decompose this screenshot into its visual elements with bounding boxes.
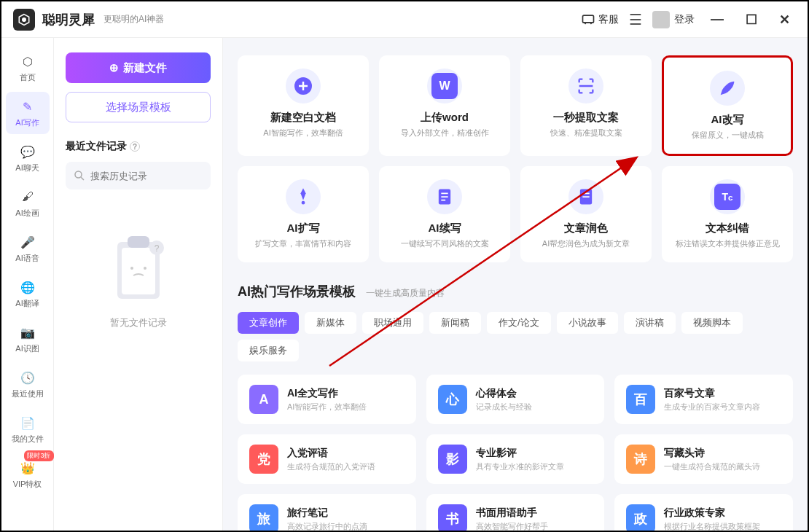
choose-template-button[interactable]: 选择场景模板 bbox=[66, 92, 211, 122]
tab-0[interactable]: 文章创作 bbox=[238, 312, 299, 334]
tab-5[interactable]: 小说故事 bbox=[557, 312, 618, 334]
tool-desc: 保留原义，一键成稿 bbox=[692, 130, 764, 141]
template-card-3[interactable]: 党入党评语生成符合规范的入党评语 bbox=[238, 434, 416, 484]
sidebar-item-1[interactable]: ✎AI写作 bbox=[6, 92, 50, 134]
template-card-4[interactable]: 影专业影评具有专业水准的影评文章 bbox=[426, 434, 605, 484]
svg-point-11 bbox=[302, 201, 305, 205]
tool-card-5[interactable]: AI续写一键续写不同风格的文案 bbox=[379, 166, 510, 262]
svg-point-2 bbox=[75, 171, 82, 178]
menu-icon[interactable]: ☰ bbox=[629, 11, 642, 28]
section-header: AI热门写作场景模板 一键生成高质量内容 bbox=[238, 283, 793, 300]
sidebar-label: VIP特权 bbox=[13, 479, 42, 490]
tool-title: 新建空白文档 bbox=[270, 111, 336, 125]
tool-card-4[interactable]: AI扩写扩写文章，丰富情节和内容 bbox=[238, 166, 369, 262]
sidebar-icon: ✎ bbox=[19, 98, 36, 115]
tab-4[interactable]: 作文/论文 bbox=[487, 312, 551, 334]
tool-icon: W bbox=[427, 69, 462, 103]
sidebar-label: 最近使用 bbox=[12, 388, 44, 399]
tool-card-6[interactable]: 文章润色AI帮您润色为成为新文章 bbox=[520, 166, 652, 262]
tab-6[interactable]: 演讲稿 bbox=[624, 312, 676, 334]
template-card-8[interactable]: 政行业政策专家根据行业名称提供政策框架 bbox=[614, 494, 793, 531]
template-desc: 根据行业名称提供政策框架 bbox=[664, 521, 760, 531]
tool-card-1[interactable]: W上传word导入外部文件，精准创作 bbox=[379, 55, 510, 156]
template-desc: 生成符合规范的入党评语 bbox=[287, 461, 375, 472]
tabs: 文章创作新媒体职场通用新闻稿作文/论文小说故事演讲稿视频脚本娱乐服务 bbox=[238, 312, 793, 361]
template-icon: 影 bbox=[438, 445, 467, 474]
new-file-label: 新建文件 bbox=[123, 61, 167, 75]
maximize-button[interactable]: ☐ bbox=[740, 9, 763, 31]
tool-title: 一秒提取文案 bbox=[553, 111, 619, 125]
template-title: 心得体会 bbox=[476, 387, 532, 400]
sidebar-item-3[interactable]: 🖌AI绘画 bbox=[6, 182, 50, 224]
sidebar-item-8[interactable]: 📄我的文件 bbox=[6, 408, 50, 450]
tool-card-2[interactable]: 一秒提取文案快速、精准提取文案 bbox=[520, 55, 652, 156]
tool-icon bbox=[286, 179, 321, 214]
tool-icon bbox=[568, 179, 603, 214]
sidebar-icon: 💬 bbox=[19, 143, 36, 160]
tool-card-0[interactable]: 新建空白文档AI智能写作，效率翻倍 bbox=[238, 55, 369, 156]
new-file-button[interactable]: ⊕ 新建文件 bbox=[66, 52, 211, 83]
tool-card-7[interactable]: Tc文本纠错标注错误文本并提供修正意见 bbox=[662, 166, 793, 262]
svg-point-6 bbox=[130, 267, 133, 270]
template-icon: A bbox=[249, 385, 278, 414]
template-icon: 书 bbox=[438, 504, 467, 531]
left-panel: ⊕ 新建文件 选择场景模板 最近文件记录 ? ? 暂无文件记录 bbox=[54, 38, 223, 531]
template-desc: 记录成长与经验 bbox=[476, 402, 532, 412]
tagline: 更聪明的AI神器 bbox=[103, 13, 164, 26]
sidebar-label: AI翻译 bbox=[15, 298, 39, 309]
template-title: 专业影评 bbox=[476, 447, 564, 460]
template-desc: 具有专业水准的影评文章 bbox=[476, 461, 564, 472]
sidebar-icon: 📄 bbox=[19, 414, 36, 431]
tool-desc: 一键续写不同风格的文案 bbox=[401, 238, 489, 249]
sidebar-item-6[interactable]: 📷AI识图 bbox=[6, 318, 50, 360]
template-icon: 心 bbox=[438, 385, 467, 414]
sidebar-item-2[interactable]: 💬AI聊天 bbox=[6, 137, 50, 179]
search-icon bbox=[73, 169, 86, 182]
tab-7[interactable]: 视频脚本 bbox=[681, 312, 743, 334]
search-input[interactable] bbox=[66, 162, 211, 189]
chat-icon bbox=[581, 12, 595, 27]
template-desc: AI智能写作，效率翻倍 bbox=[287, 402, 367, 412]
help-icon[interactable]: ? bbox=[130, 141, 140, 152]
tool-card-3[interactable]: AI改写保留原义，一键成稿 bbox=[662, 55, 793, 156]
support-button[interactable]: 客服 bbox=[581, 12, 619, 27]
login-button[interactable]: 登录 bbox=[652, 11, 695, 28]
template-desc: 一键生成符合规范的藏头诗 bbox=[664, 461, 760, 472]
template-desc: 生成专业的百家号文章内容 bbox=[664, 402, 760, 412]
template-title: 写藏头诗 bbox=[664, 447, 760, 460]
recent-files-label: 最近文件记录 ? bbox=[66, 140, 211, 153]
tab-8[interactable]: 娱乐服务 bbox=[238, 340, 299, 361]
tool-icon: Tc bbox=[710, 179, 745, 214]
template-card-7[interactable]: 书书面用语助手高效智能写作好帮手 bbox=[426, 494, 605, 531]
support-label: 客服 bbox=[598, 13, 619, 26]
sidebar-item-5[interactable]: 🌐AI翻译 bbox=[6, 273, 50, 315]
tool-desc: 扩写文章，丰富情节和内容 bbox=[255, 238, 351, 249]
template-card-1[interactable]: 心心得体会记录成长与经验 bbox=[426, 375, 605, 424]
sidebar-item-0[interactable]: ⬡首页 bbox=[6, 47, 50, 89]
close-button[interactable]: ✕ bbox=[773, 9, 796, 31]
template-icon: 百 bbox=[626, 385, 655, 414]
sidebar-item-4[interactable]: 🎤AI语音 bbox=[6, 227, 50, 270]
template-card-5[interactable]: 诗写藏头诗一键生成符合规范的藏头诗 bbox=[614, 434, 793, 484]
avatar-icon bbox=[652, 11, 670, 28]
template-title: 行业政策专家 bbox=[664, 506, 760, 520]
svg-rect-5 bbox=[128, 236, 149, 248]
minimize-button[interactable]: — bbox=[705, 9, 730, 30]
sidebar-item-9[interactable]: 👑VIP特权限时3折 bbox=[6, 453, 50, 496]
tool-title: AI续写 bbox=[429, 222, 461, 235]
template-card-0[interactable]: AAI全文写作AI智能写作，效率翻倍 bbox=[238, 375, 416, 424]
tab-2[interactable]: 职场通用 bbox=[362, 312, 423, 334]
sidebar-item-7[interactable]: 🕓最近使用 bbox=[6, 363, 50, 405]
tab-1[interactable]: 新媒体 bbox=[305, 312, 356, 334]
tool-desc: 快速、精准提取文案 bbox=[550, 128, 622, 138]
template-card-2[interactable]: 百百家号文章生成专业的百家号文章内容 bbox=[614, 375, 793, 424]
sidebar: ⬡首页✎AI写作💬AI聊天🖌AI绘画🎤AI语音🌐AI翻译📷AI识图🕓最近使用📄我… bbox=[1, 38, 54, 531]
tab-3[interactable]: 新闻稿 bbox=[429, 312, 481, 334]
template-title: 旅行笔记 bbox=[287, 506, 367, 520]
svg-rect-4 bbox=[122, 248, 155, 294]
sidebar-icon: 🖌 bbox=[19, 188, 36, 206]
template-desc: 高效智能写作好帮手 bbox=[476, 521, 548, 531]
template-card-6[interactable]: 旅旅行笔记高效记录旅行中的点滴 bbox=[238, 494, 416, 531]
template-title: AI全文写作 bbox=[287, 387, 367, 400]
tool-desc: 导入外部文件，精准创作 bbox=[401, 128, 489, 138]
